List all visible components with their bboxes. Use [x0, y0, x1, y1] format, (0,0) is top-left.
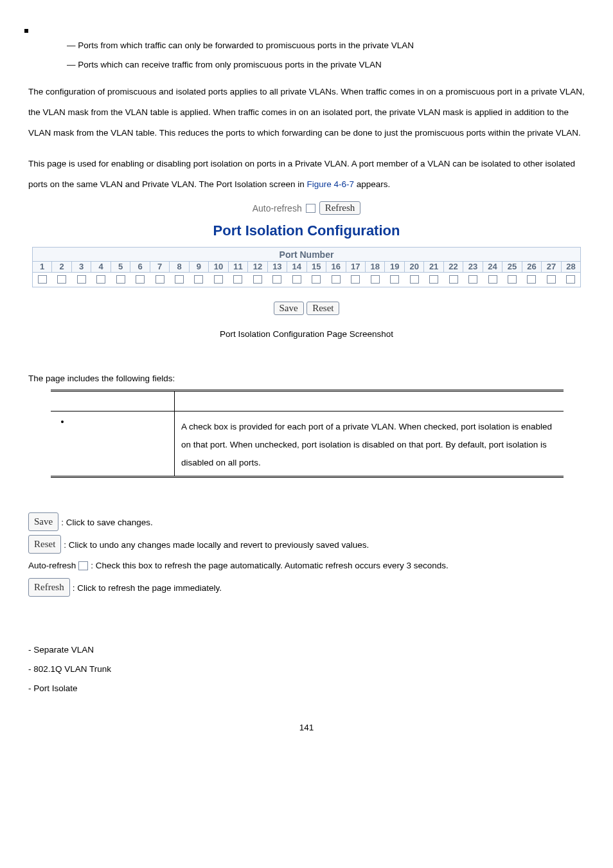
port-number-cell: 21 — [424, 262, 443, 272]
port-number-row: 1234567891011121314151617181920212223242… — [33, 262, 580, 272]
port-number-cell: 16 — [326, 262, 346, 272]
port-isolation-checkbox[interactable] — [77, 275, 86, 284]
paragraph-page-use: This page is used for enabling or disabl… — [28, 154, 585, 195]
refresh-explain-row: Refresh : Click to refresh the page imme… — [28, 578, 585, 597]
port-checkbox-cell — [326, 273, 346, 287]
save-explain-row: Save : Click to save changes. — [28, 512, 585, 531]
list-item-8021q-trunk: - 802.1Q VLAN Trunk — [28, 661, 585, 678]
save-reset-row: Save Reset — [28, 302, 585, 315]
port-checkbox-cell — [170, 273, 189, 287]
port-number-header: Port Number — [33, 248, 580, 262]
port-isolation-checkbox[interactable] — [371, 275, 380, 284]
port-checkbox-cell — [111, 273, 130, 287]
port-checkbox-cell — [405, 273, 424, 287]
port-number-cell: 25 — [502, 262, 522, 272]
port-number-cell: 27 — [542, 262, 561, 272]
port-isolation-checkbox[interactable] — [116, 275, 125, 284]
port-isolation-checkbox[interactable] — [547, 275, 556, 284]
port-isolation-checkbox[interactable] — [429, 275, 438, 284]
port-isolation-checkbox[interactable] — [233, 275, 242, 284]
figure-title: Port Isolation Configuration — [28, 222, 585, 239]
checkbox-icon — [78, 561, 88, 570]
port-number-cell: 5 — [111, 262, 130, 272]
port-isolation-checkbox[interactable] — [508, 275, 517, 284]
auto-refresh-prefix: Auto-refresh — [28, 557, 76, 574]
port-number-cell: 18 — [366, 262, 385, 272]
save-explain-text: : Click to save changes. — [61, 514, 153, 531]
page-root: — Ports from which traffic can only be f… — [0, 0, 613, 758]
port-isolation-checkbox[interactable] — [410, 275, 419, 284]
port-checkbox-cell — [444, 273, 463, 287]
port-checkbox-cell — [346, 273, 366, 287]
port-isolation-checkbox[interactable] — [57, 275, 66, 284]
port-isolation-checkbox[interactable] — [272, 275, 281, 284]
port-checkbox-row — [33, 273, 580, 287]
port-isolation-checkbox[interactable] — [292, 275, 301, 284]
port-checkbox-cell — [483, 273, 502, 287]
reset-button[interactable]: Reset — [306, 302, 339, 315]
figure-reference-link[interactable]: Figure 4-6-7 — [306, 179, 354, 189]
port-checkbox-cell — [190, 273, 209, 287]
autorefresh-explain-row: Auto-refresh : Check this box to refresh… — [28, 557, 585, 574]
port-isolation-checkbox[interactable] — [332, 275, 341, 284]
port-checkbox-cell — [502, 273, 522, 287]
port-checkbox-cell — [229, 273, 248, 287]
port-isolation-checkbox[interactable] — [136, 275, 145, 284]
port-isolation-checkbox[interactable] — [253, 275, 262, 284]
port-checkbox-cell — [268, 273, 287, 287]
port-number-cell: 3 — [72, 262, 91, 272]
port-checkbox-cell — [130, 273, 150, 287]
save-button[interactable]: Save — [274, 302, 304, 315]
embedded-screenshot: Auto-refresh Refresh Port Isolation Conf… — [28, 201, 585, 339]
paragraph-page-use-post: appears. — [354, 179, 390, 189]
auto-refresh-label: Auto-refresh — [253, 203, 302, 213]
port-number-table: Port Number 1234567891011121314151617181… — [32, 247, 581, 287]
isolated-def-line-2: — Ports which can receive traffic from o… — [67, 59, 585, 71]
port-isolation-checkbox[interactable] — [155, 275, 164, 284]
port-number-cell: 14 — [287, 262, 306, 272]
port-isolation-checkbox[interactable] — [96, 275, 105, 284]
fields-table-row-label — [51, 411, 175, 477]
paragraph-promiscuous-isolated: The configuration of promiscuous and iso… — [28, 82, 585, 143]
reset-explain-row: Reset : Click to undo any changes made l… — [28, 535, 585, 554]
port-number-cell: 11 — [229, 262, 248, 272]
port-checkbox-cell — [307, 273, 326, 287]
auto-refresh-explain-text: : Check this box to refresh the page aut… — [91, 557, 449, 574]
auto-refresh-checkbox[interactable] — [306, 204, 315, 213]
port-number-cell: 6 — [130, 262, 150, 272]
bullet-dot-icon — [61, 420, 64, 423]
port-number-cell: 10 — [209, 262, 228, 272]
port-number-cell: 8 — [170, 262, 189, 272]
port-number-cell: 1 — [33, 262, 52, 272]
port-isolation-checkbox[interactable] — [214, 275, 223, 284]
fields-table: A check box is provided for each port of… — [51, 390, 564, 478]
port-isolation-checkbox[interactable] — [390, 275, 399, 284]
port-isolation-checkbox[interactable] — [488, 275, 497, 284]
port-checkbox-cell — [522, 273, 542, 287]
list-item-separate-vlan: - Separate VLAN — [28, 642, 585, 658]
list-item-port-isolate: - Port Isolate — [28, 680, 585, 697]
port-isolation-checkbox[interactable] — [194, 275, 203, 284]
port-number-cell: 9 — [190, 262, 209, 272]
port-checkbox-cell — [463, 273, 483, 287]
port-isolation-checkbox[interactable] — [468, 275, 477, 284]
port-number-cell: 26 — [522, 262, 542, 272]
port-checkbox-cell — [52, 273, 71, 287]
port-number-cell: 23 — [463, 262, 483, 272]
fields-table-header-left — [51, 391, 175, 411]
port-isolation-checkbox[interactable] — [527, 275, 536, 284]
port-checkbox-cell — [91, 273, 111, 287]
refresh-button[interactable]: Refresh — [319, 201, 361, 215]
fields-intro: The page includes the following fields: — [28, 374, 585, 383]
port-number-cell: 15 — [307, 262, 326, 272]
port-isolation-checkbox[interactable] — [175, 275, 184, 284]
port-isolation-checkbox[interactable] — [351, 275, 360, 284]
reset-button-image: Reset — [28, 535, 61, 554]
port-isolation-checkbox[interactable] — [312, 275, 321, 284]
port-isolation-checkbox[interactable] — [449, 275, 458, 284]
port-number-cell: 22 — [444, 262, 463, 272]
port-isolation-checkbox[interactable] — [566, 275, 575, 284]
port-number-cell: 17 — [346, 262, 366, 272]
port-checkbox-cell — [209, 273, 228, 287]
port-isolation-checkbox[interactable] — [38, 275, 47, 284]
